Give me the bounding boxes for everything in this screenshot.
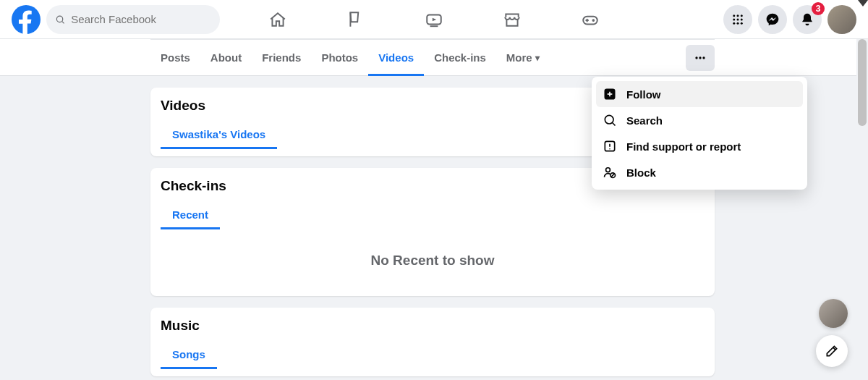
profile-more-button[interactable]	[686, 45, 715, 71]
messenger-icon	[765, 12, 780, 27]
report-icon	[602, 139, 618, 153]
svg-point-24	[605, 115, 613, 124]
dropdown-search-label: Search	[626, 114, 663, 127]
nav-home[interactable]	[242, 0, 314, 38]
dropdown-report-label: Find support or report	[626, 140, 741, 153]
tab-more[interactable]: More ▾	[496, 40, 550, 75]
center-nav	[242, 0, 626, 38]
top-navbar: 3	[0, 0, 868, 39]
notification-badge: 3	[812, 2, 825, 15]
svg-line-25	[613, 123, 616, 126]
svg-point-9	[733, 14, 735, 17]
svg-point-18	[695, 56, 697, 59]
right-icons: 3	[723, 5, 856, 34]
svg-point-17	[741, 22, 743, 24]
profile-tabbar-region: Posts About Friends Photos Videos Check-…	[0, 39, 868, 76]
svg-point-14	[741, 18, 743, 20]
tab-more-label: More	[506, 51, 532, 64]
nav-gaming[interactable]	[554, 0, 626, 38]
profile-tabs: Posts About Friends Photos Videos Check-…	[150, 39, 715, 75]
nav-marketplace[interactable]	[476, 0, 548, 38]
search-field-wrap[interactable]	[46, 5, 220, 34]
search-icon	[55, 14, 65, 25]
tab-photos[interactable]: Photos	[311, 40, 368, 75]
videos-subtab-user[interactable]: Swastika's Videos	[161, 121, 277, 149]
dropdown-block[interactable]: Block	[596, 159, 803, 185]
search-icon	[602, 113, 618, 127]
messenger-button[interactable]	[758, 5, 787, 34]
svg-line-2	[62, 21, 64, 23]
profile-more-dropdown: Follow Search Find support or report Blo…	[592, 77, 807, 190]
music-subtab-songs[interactable]: Songs	[161, 341, 217, 369]
grid-icon	[731, 13, 744, 26]
nav-watch[interactable]	[398, 0, 470, 38]
svg-point-19	[699, 56, 701, 59]
dropdown-follow[interactable]: Follow	[596, 81, 803, 107]
checkins-subtab-recent[interactable]: Recent	[161, 201, 220, 229]
dropdown-report[interactable]: Find support or report	[596, 133, 803, 159]
svg-point-29	[606, 168, 610, 172]
notifications-button[interactable]: 3	[793, 5, 822, 34]
chat-head[interactable]	[819, 299, 848, 328]
svg-point-8	[592, 20, 594, 21]
menu-grid-button[interactable]	[723, 5, 752, 34]
tab-posts[interactable]: Posts	[150, 40, 200, 75]
chevron-down-icon: ▾	[535, 53, 540, 63]
dots-icon	[693, 51, 707, 65]
svg-point-13	[737, 18, 739, 20]
compose-icon	[825, 344, 839, 358]
window-resize-indicator	[858, 0, 868, 7]
nav-pages[interactable]	[320, 0, 392, 38]
block-icon	[602, 165, 618, 180]
tab-checkins[interactable]: Check-ins	[424, 40, 496, 75]
svg-point-28	[609, 148, 610, 150]
search-input[interactable]	[71, 13, 211, 25]
svg-point-12	[733, 18, 735, 20]
svg-line-31	[611, 174, 615, 177]
music-title: Music	[161, 318, 705, 334]
tab-friends[interactable]: Friends	[252, 40, 311, 75]
follow-icon	[602, 87, 618, 101]
bell-icon	[800, 12, 814, 27]
tab-about[interactable]: About	[200, 40, 252, 75]
facebook-logo[interactable]	[12, 5, 41, 34]
svg-point-11	[741, 14, 743, 17]
svg-point-20	[702, 56, 705, 59]
music-card: Music Songs	[150, 308, 715, 376]
svg-point-10	[737, 14, 739, 17]
svg-rect-5	[583, 16, 597, 24]
account-avatar[interactable]	[827, 5, 856, 34]
dropdown-follow-label: Follow	[626, 88, 661, 101]
dropdown-block-label: Block	[626, 166, 656, 179]
svg-point-16	[737, 22, 739, 24]
scrollbar-thumb[interactable]	[858, 39, 867, 126]
tab-videos[interactable]: Videos	[368, 40, 424, 75]
svg-point-1	[56, 16, 62, 22]
svg-point-15	[733, 22, 735, 24]
compose-button[interactable]	[816, 335, 848, 367]
dropdown-search[interactable]: Search	[596, 107, 803, 133]
checkins-empty: No Recent to show	[161, 229, 705, 289]
